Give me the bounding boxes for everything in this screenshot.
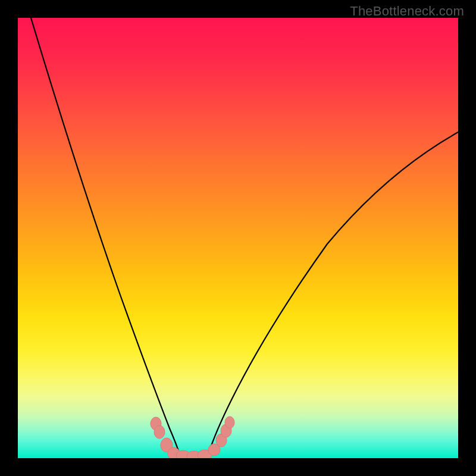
plot-area: [18, 18, 458, 458]
curves-svg: [18, 18, 458, 458]
bottom-markers: [151, 416, 234, 458]
chart-container: TheBottleneck.com: [0, 0, 476, 476]
right-curve: [207, 132, 458, 458]
svg-point-10: [225, 416, 234, 428]
svg-point-1: [154, 425, 165, 439]
left-curve: [31, 18, 181, 458]
watermark-text: TheBottleneck.com: [350, 4, 464, 19]
